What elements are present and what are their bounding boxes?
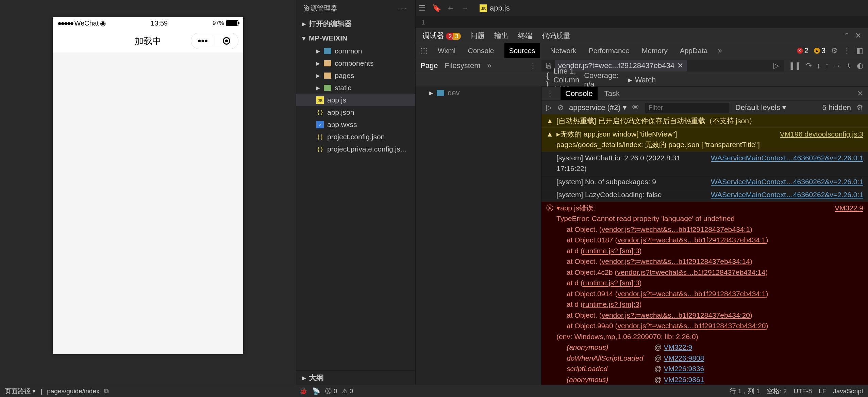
log-row[interactable]: [system] No. of subpackages: 9WAServiceM… (541, 175, 868, 189)
source-link[interactable]: WAServiceMainContext…46360262&v=2.26.0:1 (711, 176, 863, 187)
list-icon[interactable]: ☰ (418, 4, 426, 12)
close-icon[interactable]: ✕ (855, 31, 861, 40)
pause-icon[interactable]: ❚❚ (789, 61, 801, 70)
capsule-button[interactable]: ••• (191, 33, 238, 49)
pause-on-exceptions-icon[interactable]: ◐ (857, 61, 863, 70)
source-link[interactable]: runtime.js? [sm]:3 (583, 300, 639, 308)
chevron-right-icon[interactable]: ▸ (429, 89, 433, 97)
chevron-up-icon[interactable]: ⌃ (844, 31, 850, 40)
indent-setting[interactable]: 空格: 2 (767, 387, 787, 396)
gear-icon[interactable]: ⚙ (856, 103, 863, 112)
tab-console[interactable]: Console (466, 47, 496, 55)
tab-task[interactable]: Task (604, 89, 620, 98)
console-output[interactable]: ▲[自动热重载] 已开启代码文件保存后自动热重载（不支持 json）▲▸无效的 … (541, 114, 868, 385)
language-mode[interactable]: JavaScript (833, 387, 863, 395)
source-link[interactable]: VM226:9808 (664, 354, 704, 362)
close-icon[interactable]: ✕ (677, 61, 683, 70)
braces-icon[interactable]: { } (546, 71, 549, 89)
open-editors-section[interactable]: ▸打开的编辑器 (296, 16, 415, 31)
step-into-icon[interactable]: ↓ (817, 61, 820, 70)
log-row[interactable]: [system] LazyCodeLoading: falseWAService… (541, 188, 868, 202)
gear-icon[interactable]: ⚙ (831, 46, 838, 55)
page-path[interactable]: pages/guide/index (47, 387, 99, 395)
tab-appdata[interactable]: AppData (678, 47, 710, 55)
phone-content[interactable] (53, 52, 243, 354)
tab-code-quality[interactable]: 代码质量 (542, 31, 570, 41)
source-link[interactable]: VM226:9836 (664, 365, 704, 372)
source-link[interactable]: VM322:9 (835, 203, 863, 213)
overflow-icon[interactable]: » (718, 46, 722, 55)
encoding[interactable]: UTF-8 (794, 387, 812, 395)
source-link[interactable]: runtime.js? [sm]:3 (583, 279, 639, 287)
filter-input[interactable] (645, 102, 730, 113)
step-over-icon[interactable]: ↷ (806, 61, 812, 70)
tree-item-app-js[interactable]: JSapp.js (296, 94, 415, 106)
step-icon[interactable]: → (834, 61, 841, 70)
cursor-position[interactable]: 行 1，列 1 (730, 387, 760, 396)
tree-item-project-private-config-js-[interactable]: { }project.private.config.js... (296, 143, 415, 155)
tab-console-inner[interactable]: Console (561, 86, 598, 101)
error-log[interactable]: ⓧ▾app.js错误:VM322:9TypeError: Cannot read… (541, 202, 868, 385)
tree-item-common[interactable]: ▸common (296, 45, 415, 57)
source-link[interactable]: VM196 devtoolsconfig.js:3 (780, 129, 863, 140)
tree-item-project-config-json[interactable]: { }project.config.json (296, 131, 415, 143)
deactivate-breakpoints-icon[interactable]: ⤹ (846, 61, 852, 70)
tree-item-pages[interactable]: ▸pages (296, 69, 415, 82)
capsule-menu-icon[interactable]: ••• (191, 35, 215, 46)
close-icon[interactable]: ✕ (857, 89, 863, 98)
tab-problems[interactable]: 问题 (470, 31, 485, 41)
tab-sources[interactable]: Sources (504, 43, 540, 58)
step-out-icon[interactable]: ↑ (825, 61, 829, 70)
kebab-icon[interactable]: ⋮ (843, 46, 851, 55)
outline-section[interactable]: ▸大纲 (296, 370, 415, 385)
source-link[interactable]: vendor.js?t=wechat&s…b1f29128437eb434:14 (617, 268, 765, 276)
tab-performance[interactable]: Performance (587, 47, 632, 55)
inspect-icon[interactable]: ⬚ (420, 46, 428, 55)
tab-network[interactable]: Network (548, 47, 579, 55)
kebab-icon[interactable]: ⋮ (546, 89, 554, 98)
file-tree[interactable]: ▸打开的编辑器 ▾MP-WEIXIN ▸common▸components▸pa… (296, 16, 415, 370)
source-link[interactable]: vendor.js?t=wechat&s…bb1f29128437eb434:1 (602, 225, 750, 233)
more-icon[interactable]: ··· (399, 4, 408, 12)
clear-icon[interactable]: ⊘ (557, 103, 564, 112)
tree-item-app-json[interactable]: { }app.json (296, 106, 415, 118)
eye-icon[interactable]: 👁 (632, 103, 639, 112)
dock-icon[interactable]: ◧ (856, 46, 863, 55)
back-icon[interactable]: ← (447, 4, 454, 12)
hidden-count[interactable]: 5 hidden (822, 103, 851, 112)
warn-count-badge[interactable]: ▲3 (814, 46, 825, 55)
project-section[interactable]: ▾MP-WEIXIN (296, 31, 415, 45)
source-link[interactable]: vendor.js?t=wechat&s…b1f29128437eb434:14 (602, 257, 750, 265)
tab-wxml[interactable]: Wxml (436, 47, 457, 55)
tree-item-static[interactable]: ▸static (296, 82, 415, 94)
editor-file-tab[interactable]: JS app.js (475, 4, 514, 13)
log-row[interactable]: ▲[自动热重载] 已开启代码文件保存后自动热重载（不支持 json） (541, 114, 868, 128)
source-link[interactable]: VM226:9861 (664, 376, 704, 383)
capsule-close-icon[interactable] (215, 37, 238, 45)
tab-memory[interactable]: Memory (640, 47, 670, 55)
bug-icon[interactable]: 🐞 (299, 387, 307, 395)
tab-output[interactable]: 输出 (494, 31, 508, 41)
forward-icon[interactable]: → (461, 4, 469, 12)
levels-selector[interactable]: Default levels ▾ (735, 103, 786, 112)
tree-item-components[interactable]: ▸components (296, 57, 415, 69)
source-link[interactable]: vendor.js?t=wechat&s…b1f29128437eb434:20 (602, 311, 750, 319)
source-link[interactable]: WAServiceMainContext…46360262&v=2.26.0:1 (711, 189, 863, 200)
source-link[interactable]: VM322:9 (664, 343, 692, 351)
tree-folder-dev[interactable]: dev (448, 89, 460, 97)
error-count[interactable]: ⓧ 0 (325, 387, 337, 396)
chevron-right-icon[interactable]: ▸ (628, 76, 632, 84)
tab-debugger[interactable]: 调试器2, 3 (422, 31, 461, 41)
source-link[interactable]: WAServiceMainContext…46360262&v=2.26.0:1 (711, 153, 863, 163)
run-icon[interactable]: ▷ (773, 61, 779, 70)
copy-icon[interactable]: ⧉ (104, 387, 109, 395)
warning-count[interactable]: ⚠ 0 (342, 387, 353, 395)
log-row[interactable]: ▲▸无效的 app.json window["titleNView"] page… (541, 128, 868, 152)
eol[interactable]: LF (819, 387, 826, 395)
error-count-badge[interactable]: ✕2 (797, 46, 808, 55)
bookmark-icon[interactable]: 🔖 (433, 4, 440, 12)
play-icon[interactable]: ▷ (546, 103, 552, 112)
watch-label[interactable]: Watch (635, 76, 656, 84)
log-row[interactable]: [system] WeChatLib: 2.26.0 (2022.8.31 17… (541, 152, 868, 175)
source-link[interactable]: vendor.js?t=wechat&s…b1f29128437eb434:20 (617, 322, 766, 330)
